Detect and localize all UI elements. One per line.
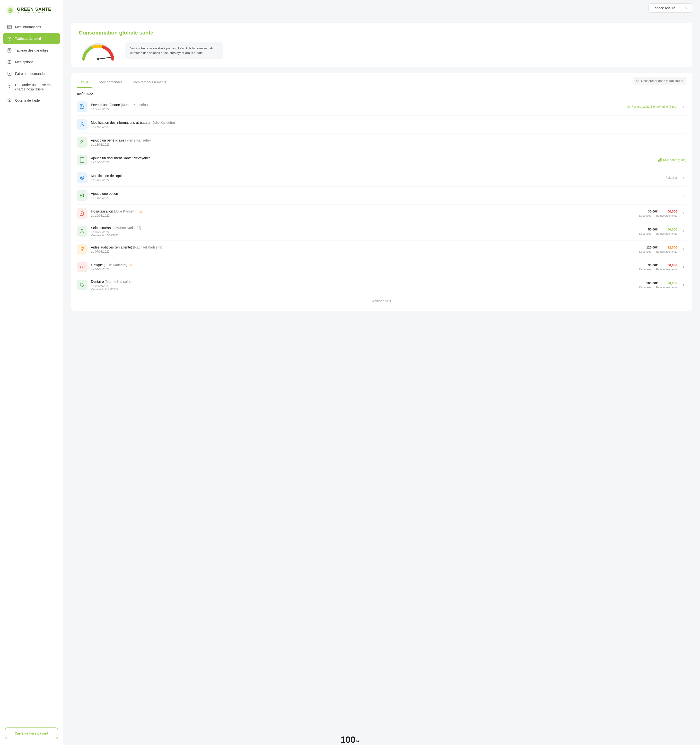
logo-icon bbox=[6, 6, 15, 15]
gauge-container bbox=[80, 41, 116, 60]
aide-icon bbox=[7, 98, 12, 103]
row-attachment: Facture_2022_PerierMarine (5 mo) bbox=[627, 105, 677, 108]
logo-area: GREEN SANTÉ LE 1ER COURTIER ENGAGÉ bbox=[0, 6, 63, 21]
row-info: Modification de l'option Le 11/08/2022 bbox=[91, 174, 662, 182]
chevron-icon[interactable] bbox=[681, 228, 687, 234]
svg-point-13 bbox=[9, 61, 10, 63]
chevron-icon[interactable] bbox=[681, 246, 687, 252]
sidebar-item-mes-options[interactable]: Mes options bbox=[3, 57, 60, 67]
svg-point-60 bbox=[80, 266, 82, 268]
gauge-svg bbox=[80, 41, 116, 63]
row-info: Envoi d'une facture (Marine Karlsefni) L… bbox=[91, 103, 624, 111]
table-row[interactable]: Optique (Julie Karlsefni) ⚠ Le 04/08/202… bbox=[77, 258, 687, 276]
table-content: Août 2022 bbox=[71, 88, 692, 311]
row-attachment: DUE santé (5 mo) bbox=[658, 158, 687, 162]
row-amounts: 50,00€ 50,00€ Dépenses Remboursements bbox=[637, 227, 677, 235]
row-amounts: 30,00€ 00,00€ Dépenses Remboursements bbox=[637, 209, 677, 217]
demande-icon bbox=[7, 71, 12, 76]
search-input[interactable] bbox=[641, 79, 683, 83]
info-icon bbox=[7, 24, 12, 30]
table-row[interactable]: Aides auditives (en attente) (Raphael Ka… bbox=[77, 241, 687, 258]
options-icon bbox=[7, 59, 12, 65]
paperclip-icon bbox=[627, 105, 630, 108]
row-info: Soins courants (Marine Karlsefni) Le 07/… bbox=[91, 226, 633, 237]
svg-point-57 bbox=[81, 229, 83, 231]
sidebar-item-faire-demande[interactable]: Faire une demande bbox=[3, 68, 60, 79]
espace-assure-dropdown[interactable]: Espace Assuré bbox=[648, 3, 692, 13]
row-info: Ajout d'un bénéficiaire (Pierre Karlsefn… bbox=[91, 138, 687, 147]
afficher-plus-button[interactable]: Afficher plus bbox=[77, 294, 687, 305]
main-content: Espace Assuré Consommation globale santé bbox=[63, 0, 700, 745]
tab-separator-1: | bbox=[93, 80, 95, 85]
row-icon-optique bbox=[77, 262, 88, 272]
tab-mes-remboursements[interactable]: Mes remboursements bbox=[129, 77, 170, 88]
chevron-icon[interactable] bbox=[681, 193, 687, 198]
carte-tiers-payant-button[interactable]: Carte de tiers payant bbox=[5, 727, 58, 739]
dashboard-icon bbox=[7, 36, 12, 41]
chevron-icon[interactable] bbox=[681, 104, 687, 110]
row-info: Dentaire (Marine Karlsefni) Le 02/05/202… bbox=[91, 280, 633, 290]
table-row[interactable]: Hospitalisation (Julie Karlsefni) ⚠ Le 1… bbox=[77, 205, 687, 222]
table-row[interactable]: Ajout d'un document Santé/Prévoyance Le … bbox=[77, 151, 687, 169]
svg-point-59 bbox=[82, 250, 82, 251]
hopital-icon bbox=[7, 84, 12, 90]
sidebar: GREEN SANTÉ LE 1ER COURTIER ENGAGÉ Mes i… bbox=[0, 0, 63, 745]
table-row[interactable]: Ajout d'une option Le 11/08/2022 bbox=[77, 187, 687, 205]
tabs-search bbox=[633, 77, 687, 85]
tab-mes-demandes[interactable]: Mes demandes bbox=[96, 77, 127, 88]
consommation-card: Consommation globale santé bbox=[71, 23, 692, 67]
chevron-icon[interactable] bbox=[681, 282, 687, 288]
nav-items: Mes informations Tableau de bord bbox=[0, 21, 63, 723]
row-info: Hospitalisation (Julie Karlsefni) ⚠ Le 1… bbox=[91, 209, 633, 217]
tab-tous[interactable]: Tous bbox=[77, 77, 93, 88]
svg-point-43 bbox=[81, 177, 83, 178]
row-amounts: 30,00€ 00,00€ Dépenses Remboursements bbox=[637, 263, 677, 271]
row-info: Ajout d'une option Le 11/08/2022 bbox=[91, 191, 677, 200]
gauge-area: 100% bbox=[79, 41, 118, 60]
table-row[interactable]: Ajout d'un bénéficiaire (Pierre Karlsefn… bbox=[77, 133, 687, 151]
table-row[interactable]: Soins courants (Marine Karlsefni) Le 07/… bbox=[77, 222, 687, 241]
row-relancer[interactable]: Relancer bbox=[666, 176, 677, 180]
row-icon-modif-info bbox=[77, 119, 88, 130]
sidebar-item-tableau-garanties[interactable]: Tableau des garanties bbox=[3, 45, 60, 56]
row-icon-aides-auditives bbox=[77, 244, 88, 254]
sidebar-item-prise-en-charge[interactable]: Demander une prise en charge hospitalièr… bbox=[3, 80, 60, 94]
chevron-icon[interactable] bbox=[681, 210, 687, 216]
chevron-icon[interactable] bbox=[681, 175, 687, 181]
svg-point-1 bbox=[9, 9, 11, 11]
consommation-body: 100% Voici votre ratio sinistre à primes… bbox=[79, 41, 684, 60]
table-row[interactable]: Modification de l'option Le 11/08/2022 R… bbox=[77, 169, 687, 187]
sidebar-item-tableau-de-bord[interactable]: Tableau de bord bbox=[3, 33, 60, 44]
content-area: Consommation globale santé bbox=[63, 16, 700, 745]
svg-point-61 bbox=[82, 266, 84, 268]
gauge-description: Voici votre ratio sinistre à primes, il … bbox=[125, 42, 222, 59]
tabs-header: Tous | Mes demandes | Mes remboursements bbox=[71, 73, 692, 88]
chevron-down-icon bbox=[684, 6, 688, 10]
row-icon-modif-option bbox=[77, 172, 88, 183]
row-icon-soins-courants bbox=[77, 226, 88, 236]
sidebar-item-mes-informations[interactable]: Mes informations bbox=[3, 21, 60, 33]
row-icon-hospitalisation bbox=[77, 208, 88, 218]
svg-point-34 bbox=[81, 123, 83, 124]
svg-point-49 bbox=[81, 195, 83, 196]
table-row[interactable]: Dentaire (Marine Karlsefni) Le 02/05/202… bbox=[77, 276, 687, 294]
row-icon-ajout-option bbox=[77, 190, 88, 201]
svg-point-35 bbox=[81, 140, 83, 142]
row-info: Ajout d'un document Santé/Prévoyance Le … bbox=[91, 156, 655, 164]
search-icon bbox=[636, 79, 639, 83]
chevron-icon[interactable] bbox=[681, 264, 687, 270]
paperclip-icon bbox=[658, 158, 661, 162]
row-amounts: 100,00€ 70,00€ Dépenses Remboursements bbox=[637, 281, 677, 289]
table-row[interactable]: Modification des informations utilisateu… bbox=[77, 116, 687, 133]
row-info: Optique (Julie Karlsefni) ⚠ Le 04/08/202… bbox=[91, 263, 633, 271]
gauge-value: 100% bbox=[341, 735, 359, 745]
sidebar-item-obtenir-aide[interactable]: Obtenir de l'aide bbox=[3, 95, 60, 106]
row-icon-envoi-facture bbox=[77, 102, 88, 112]
svg-point-26 bbox=[97, 58, 99, 60]
table-row[interactable]: Envoi d'une facture (Marine Karlsefni) L… bbox=[77, 98, 687, 116]
garanties-icon bbox=[7, 48, 12, 53]
consommation-title: Consommation globale santé bbox=[79, 30, 684, 36]
topbar: Espace Assuré bbox=[63, 0, 700, 16]
month-header: Août 2022 bbox=[77, 88, 687, 98]
svg-line-28 bbox=[638, 81, 639, 82]
